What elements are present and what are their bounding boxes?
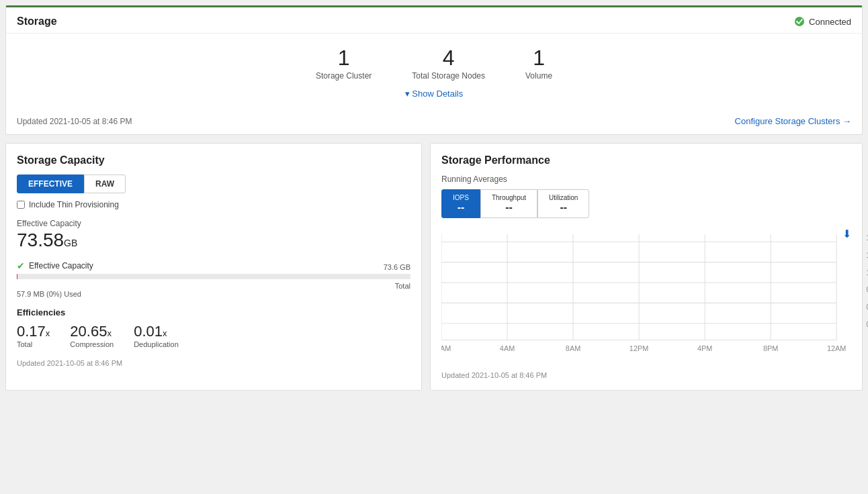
raw-tab[interactable]: RAW bbox=[84, 175, 126, 193]
storage-performance-card: Storage Performance Running Averages IOP… bbox=[430, 143, 863, 391]
utilization-tab[interactable]: Utilization -- bbox=[537, 189, 589, 218]
iops-label: IOPS bbox=[453, 194, 469, 201]
eff-item-deduplication: 0.01x Deduplication bbox=[134, 323, 179, 348]
show-details-link[interactable]: ▾ Show Details bbox=[405, 89, 463, 99]
eff-total-label: Total bbox=[17, 340, 50, 348]
metric-total-storage-nodes-value: 4 bbox=[412, 47, 485, 68]
eff-dedup-value: 0.01x bbox=[134, 323, 179, 340]
effective-tab[interactable]: EFFECTIVE bbox=[17, 175, 84, 193]
top-card-footer: Updated 2021-10-05 at 8:46 PM Configure … bbox=[6, 112, 862, 134]
top-card-body: 1 Storage Cluster 4 Total Storage Nodes … bbox=[6, 34, 862, 112]
eff-compression-multiplier: x bbox=[107, 328, 112, 338]
progress-total-text: Total bbox=[395, 282, 410, 290]
svg-text:4AM: 4AM bbox=[500, 344, 515, 352]
used-text: 57.9 MB (0%) Used bbox=[17, 290, 410, 298]
capacity-value: 73.58GB bbox=[17, 230, 410, 251]
eff-cap-header-label: Effective Capacity bbox=[29, 261, 93, 270]
storage-performance-title: Storage Performance bbox=[441, 154, 851, 166]
eff-dedup-number: 0.01 bbox=[134, 323, 163, 340]
metric-total-storage-nodes: 4 Total Storage Nodes bbox=[412, 47, 485, 81]
thin-provisioning-row: Include Thin Provisioning bbox=[17, 200, 410, 209]
performance-card-footer: Updated 2021-10-05 at 8:46 PM bbox=[441, 371, 851, 379]
capacity-tab-row: EFFECTIVE RAW bbox=[17, 175, 410, 193]
iops-tab[interactable]: IOPS -- bbox=[441, 189, 480, 218]
green-check-icon: ✔ bbox=[17, 260, 25, 271]
progress-bar-container: 73.6 GB bbox=[17, 274, 410, 279]
throughput-tab[interactable]: Throughput -- bbox=[480, 189, 537, 218]
top-storage-card: Storage Connected 1 Storage Cluster 4 To… bbox=[5, 5, 863, 135]
eff-item-total: 0.17x Total bbox=[17, 323, 50, 348]
configure-storage-clusters-link[interactable]: Configure Storage Clusters → bbox=[735, 116, 851, 126]
eff-total-multiplier: x bbox=[46, 328, 50, 338]
metric-volume-value: 1 bbox=[525, 47, 552, 68]
capacity-unit: GB bbox=[64, 238, 77, 248]
svg-text:12AM: 12AM bbox=[441, 344, 451, 352]
app-title: Storage bbox=[17, 15, 57, 28]
metrics-row: 1 Storage Cluster 4 Total Storage Nodes … bbox=[17, 47, 851, 81]
connection-badge: Connected bbox=[794, 16, 851, 27]
throughput-value: -- bbox=[492, 201, 526, 213]
chart-svg: 12AM 4AM 8AM 12PM 4PM 8PM 12AM bbox=[441, 234, 851, 355]
svg-text:12AM: 12AM bbox=[827, 344, 846, 352]
capacity-card-footer: Updated 2021-10-05 at 8:46 PM bbox=[17, 359, 410, 367]
capacity-label: Effective Capacity bbox=[17, 219, 410, 228]
top-card-header: Storage Connected bbox=[6, 7, 862, 34]
efficiencies-title: Efficiencies bbox=[17, 307, 410, 317]
utilization-value: -- bbox=[549, 201, 578, 213]
perf-tab-row: IOPS -- Throughput -- Utilization -- bbox=[441, 189, 851, 218]
show-details-row: ▾ Show Details bbox=[17, 89, 851, 99]
throughput-label: Throughput bbox=[492, 194, 526, 201]
storage-capacity-title: Storage Capacity bbox=[17, 154, 410, 166]
storage-capacity-card: Storage Capacity EFFECTIVE RAW Include T… bbox=[5, 143, 422, 391]
svg-text:8PM: 8PM bbox=[763, 344, 778, 352]
utilization-label: Utilization bbox=[549, 194, 578, 201]
svg-text:12PM: 12PM bbox=[630, 344, 648, 352]
connected-icon bbox=[794, 16, 805, 27]
connection-status-text: Connected bbox=[809, 17, 851, 27]
eff-dedup-multiplier: x bbox=[163, 328, 167, 338]
eff-compression-value: 20.65x bbox=[70, 323, 114, 340]
eff-compression-number: 20.65 bbox=[70, 323, 107, 340]
svg-text:8AM: 8AM bbox=[566, 344, 580, 352]
top-updated-text: Updated 2021-10-05 at 8:46 PM bbox=[17, 117, 132, 126]
bottom-row: Storage Capacity EFFECTIVE RAW Include T… bbox=[5, 143, 863, 391]
running-averages-label: Running Averages bbox=[441, 175, 851, 184]
progress-bar-fill bbox=[17, 274, 17, 279]
eff-cap-header: ✔ Effective Capacity bbox=[17, 260, 410, 271]
chart-area: ⬇ bbox=[441, 228, 851, 355]
effective-capacity-section: ✔ Effective Capacity 73.6 GB Total 57.9 … bbox=[17, 260, 410, 298]
metric-volume: 1 Volume bbox=[525, 47, 552, 81]
thin-provisioning-label: Include Thin Provisioning bbox=[29, 200, 119, 209]
metric-storage-cluster-label: Storage Cluster bbox=[316, 71, 372, 81]
progress-bar-total-label: 73.6 GB bbox=[384, 263, 410, 271]
eff-dedup-label: Deduplication bbox=[134, 340, 179, 348]
capacity-number: 73.58 bbox=[17, 230, 64, 250]
metric-storage-cluster: 1 Storage Cluster bbox=[316, 47, 372, 81]
eff-compression-label: Compression bbox=[70, 340, 114, 348]
thin-provisioning-checkbox[interactable] bbox=[17, 201, 25, 209]
progress-total-value: 73.6 GB bbox=[384, 263, 410, 271]
metric-total-storage-nodes-label: Total Storage Nodes bbox=[412, 71, 485, 81]
chart-wrapper: 12AM 4AM 8AM 12PM 4PM 8PM 12AM 1 1 1 0 bbox=[441, 234, 851, 355]
metric-storage-cluster-value: 1 bbox=[316, 47, 372, 68]
eff-total-number: 0.17 bbox=[17, 323, 46, 340]
efficiencies-row: 0.17x Total 20.65x Compression 0.01x Ded… bbox=[17, 323, 410, 348]
svg-text:4PM: 4PM bbox=[697, 344, 712, 352]
iops-value: -- bbox=[453, 201, 469, 213]
metric-volume-label: Volume bbox=[525, 71, 552, 81]
svg-point-0 bbox=[795, 17, 804, 26]
eff-total-value: 0.17x bbox=[17, 323, 50, 340]
eff-item-compression: 20.65x Compression bbox=[70, 323, 114, 348]
